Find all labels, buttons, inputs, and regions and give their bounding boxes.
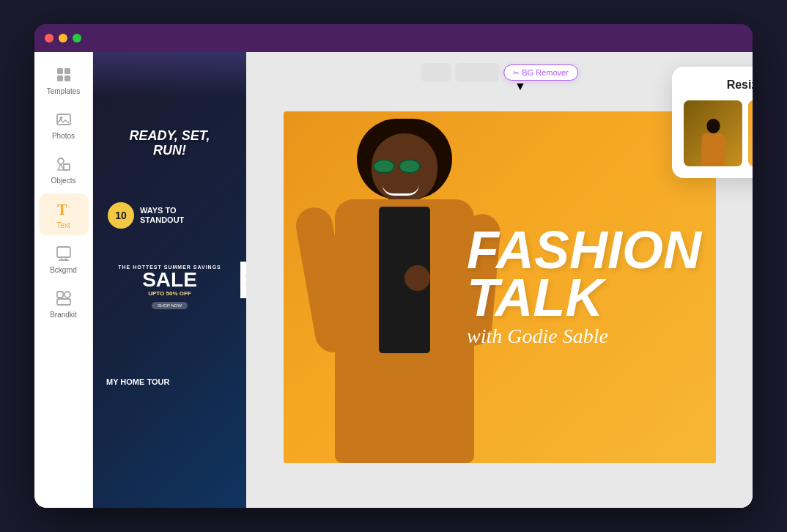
photos-icon [54,110,73,129]
template-title-10-ways: WAYS TOSTANDOUT [140,206,184,225]
svg-rect-7 [64,164,70,170]
person-sunglasses [373,159,421,174]
brandkit-icon [54,289,73,308]
objects-label: Objects [51,177,76,185]
template-list: READY, SET,RUN! 10 WAYS TOSTANDOUT THE H… [93,108,246,508]
toolbar-btn-2[interactable] [455,63,499,82]
svg-rect-10 [57,292,63,298]
fashion-subtitle: with Godie Sable [467,325,701,348]
brandkit-label: Brandkit [50,311,77,319]
template-shop-now: SHOP NOW [152,302,188,309]
canvas-area: ✂ BG Remover ▼ [247,52,753,508]
person-hand [404,265,430,291]
svg-rect-12 [57,299,70,305]
template-card-home-tour[interactable]: MY HOME TOUR [100,326,239,392]
browser-window: Templates Photos [34,24,753,508]
sidebar-item-photos[interactable]: Photos [39,104,89,146]
sidebar-item-objects[interactable]: Objects [39,149,89,191]
svg-rect-1 [64,68,70,74]
fashion-title-line1: FASHION [467,226,701,274]
photos-label: Photos [52,132,75,140]
resize-thumbnail-after[interactable] [748,100,753,166]
toolbar-btn-1[interactable] [421,63,451,82]
resize-popup: Resize [672,67,753,178]
scissors-icon: ✂ [513,69,519,77]
text-label: Text [56,221,70,229]
svg-rect-3 [64,75,70,81]
person-smile [383,185,419,196]
sidebar-item-text[interactable]: T Text [39,193,89,235]
bg-remover-button[interactable]: ✂ BG Remover [503,64,578,81]
panel-collapse-handle[interactable] [240,262,247,298]
templates-panel: READY, SET,RUN! 10 WAYS TOSTANDOUT THE H… [93,52,247,508]
cursor: ▼ [514,80,526,93]
svg-rect-2 [57,75,63,81]
template-title-home-tour: MY HOME TOUR [106,377,169,386]
objects-icon [54,155,73,174]
canvas-toolbar: ✂ BG Remover [421,63,578,82]
icon-rail: Templates Photos [34,52,93,508]
text-icon: T [54,199,73,218]
bg-remover-label: BG Remover [522,68,569,77]
template-sale: SALE [118,270,221,290]
resize-popup-title: Resize [684,78,753,92]
svg-text:T: T [57,202,67,218]
svg-rect-9 [57,247,70,257]
bckgrnd-icon [54,244,73,263]
templates-icon [54,65,73,84]
svg-point-11 [64,292,70,298]
traffic-light-close[interactable] [45,34,53,43]
template-discount: UPTO 50% OFF [118,290,221,297]
svg-rect-0 [57,68,63,74]
template-badge-10: 10 [108,202,134,229]
traffic-light-maximize[interactable] [73,34,81,43]
sidebar-item-brandkit[interactable]: Brandkit [39,283,89,325]
bckgrnd-label: Bckgrnd [50,266,77,274]
fashion-title-line2: TALK [467,274,701,322]
resize-thumbnail-row [684,100,753,166]
sidebar-item-bckgrnd[interactable]: Bckgrnd [39,238,89,280]
template-title-ready-set-run: READY, SET,RUN! [129,129,210,158]
browser-titlebar [34,24,753,52]
canvas-text-overlay: FASHION TALK with Godie Sable [467,226,701,348]
traffic-light-minimize[interactable] [59,34,67,43]
templates-label: Templates [47,87,81,95]
sidebar-item-templates[interactable]: Templates [39,59,89,101]
design-canvas[interactable]: FASHION TALK with Godie Sable [284,111,716,463]
resize-thumbnail-before[interactable] [684,100,742,166]
browser-content: Templates Photos [34,52,753,508]
